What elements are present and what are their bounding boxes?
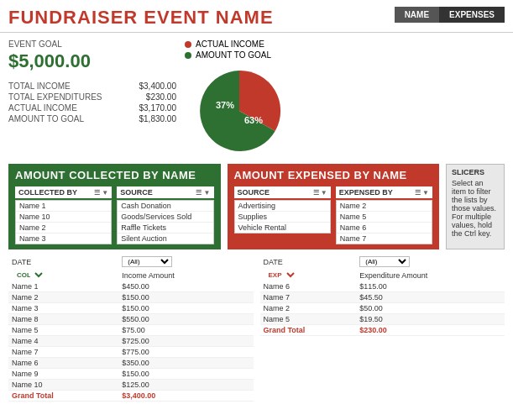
pie-chart-area: 37% 63% — [185, 65, 319, 157]
slicers-box: SLICERS Select an item to filter the lis… — [446, 164, 505, 249]
expenses-button[interactable]: EXPENSES — [439, 7, 505, 23]
expense-date-value: (All) — [356, 255, 505, 269]
income-amount: $350.00 — [118, 358, 253, 369]
income-col1-header: COLLECTED BY — [8, 269, 118, 281]
stat-value: $3,400.00 — [109, 81, 176, 92]
stat-label: ACTUAL INCOME — [8, 102, 109, 113]
income-name: Name 8 — [8, 314, 118, 325]
panel-expensed: AMOUNT EXPENSED BY NAME SOURCE ☰ ▼ Adver… — [228, 164, 440, 249]
collected-by-filter-icons[interactable]: ☰ ▼ — [94, 189, 108, 197]
expense-name: Name 5 — [260, 314, 357, 325]
list-item[interactable]: Silent Auction — [118, 234, 212, 244]
expensed-source-header-label: SOURCE — [238, 188, 270, 197]
stat-label: TOTAL INCOME — [8, 81, 109, 92]
income-amount: $550.00 — [118, 314, 253, 325]
list-item[interactable]: Vehicle Rental — [235, 223, 330, 233]
income-grand-total: Grand Total$3,400.00 — [8, 391, 254, 402]
income-total-label: Grand Total — [8, 391, 118, 402]
chart-legend: ACTUAL INCOME AMOUNT TO GOAL — [185, 39, 271, 60]
list-item[interactable]: Supplies — [235, 212, 330, 223]
expense-rows: Name 6$115.00Name 7$45.50Name 2$50.00Nam… — [260, 281, 505, 336]
income-name: Name 9 — [8, 369, 118, 380]
legend-goal-dot — [185, 52, 191, 59]
income-amount: $75.00 — [118, 325, 253, 336]
expensed-by-filter-icons[interactable]: ☰ ▼ — [415, 189, 429, 197]
expense-amount: $45.50 — [356, 292, 505, 303]
list-item[interactable]: Name 1 — [16, 201, 111, 212]
list-item[interactable]: Name 3 — [16, 234, 111, 244]
collected-by-items: Name 1Name 10Name 2Name 3 — [15, 200, 112, 244]
expense-date-select[interactable]: (All) — [359, 256, 410, 267]
source-header: SOURCE ☰ ▼ — [117, 186, 213, 198]
event-goal-value: $5,000.00 — [8, 50, 176, 72]
stat-label: AMOUNT TO GOAL — [8, 113, 109, 124]
list-item[interactable]: Goods/Services Sold — [118, 212, 212, 223]
name-button[interactable]: NAME — [395, 7, 439, 23]
header-buttons: NAME EXPENSES — [395, 7, 505, 23]
stat-value: $1,830.00 — [109, 113, 176, 124]
income-amount: $150.00 — [118, 303, 253, 314]
income-name: Name 2 — [8, 292, 118, 303]
panel-collected-lists: COLLECTED BY ☰ ▼ Name 1Name 10Name 2Name… — [15, 186, 214, 244]
income-amount: $450.00 — [118, 281, 253, 292]
income-name: Name 5 — [8, 325, 118, 336]
legend-actual: ACTUAL INCOME — [185, 39, 271, 49]
left-column: EVENT GOAL $5,000.00 TOTAL INCOME$3,400.… — [8, 39, 176, 157]
list-item[interactable]: Name 6 — [337, 223, 432, 234]
expensed-source-filter-icons[interactable]: ☰ ▼ — [313, 189, 327, 197]
expense-grand-total: Grand Total$230.00 — [260, 325, 505, 336]
panel-expensed-title: AMOUNT EXPENSED BY NAME — [234, 169, 433, 181]
income-amount: $150.00 — [118, 292, 253, 303]
list-item[interactable]: Cash Donation — [118, 201, 212, 212]
collected-by-header: COLLECTED BY ☰ ▼ — [15, 186, 112, 198]
expensed-source-header: SOURCE ☰ ▼ — [234, 186, 331, 198]
expense-date-label: DATE — [260, 255, 357, 269]
legend-actual-dot — [185, 41, 191, 48]
legend-goal-label: AMOUNT TO GOAL — [196, 50, 271, 60]
list-item[interactable]: Name 2 — [16, 223, 111, 234]
income-name: Name 7 — [8, 347, 118, 358]
expense-name: Name 6 — [260, 281, 357, 292]
stat-label: TOTAL EXPENDITURES — [8, 92, 109, 102]
income-amount: $125.00 — [118, 380, 253, 391]
stat-row: ACTUAL INCOME$3,170.00 — [8, 102, 176, 113]
chart-column: ACTUAL INCOME AMOUNT TO GOAL 37% 63% — [185, 39, 505, 157]
stats-table: TOTAL INCOME$3,400.00TOTAL EXPENDITURES$… — [8, 81, 176, 124]
stat-row: TOTAL EXPENDITURES$230.00 — [8, 92, 176, 102]
list-item[interactable]: Name 7 — [337, 234, 432, 244]
expense-table-wrap: DATE (All) EXPENSED BY Expenditure Amoun… — [260, 255, 505, 402]
list-item[interactable]: Raffle Tickets — [118, 223, 212, 234]
table-row: Name 5$19.50 — [260, 314, 505, 325]
income-name: Name 6 — [8, 358, 118, 369]
table-row: Name 1$450.00 — [8, 281, 254, 292]
pie-chart-svg: 37% 63% — [185, 65, 294, 157]
expense-name: Name 7 — [260, 292, 357, 303]
source-filter-icons[interactable]: ☰ ▼ — [196, 189, 210, 197]
table-row: Name 8$550.00 — [8, 314, 254, 325]
panels-row: AMOUNT COLLECTED BY NAME COLLECTED BY ☰ … — [8, 164, 505, 249]
income-table-wrap: DATE (All) COLLECTED BY Income Amount — [8, 255, 254, 402]
table-row: Name 9$150.00 — [8, 369, 254, 380]
data-tables-row: DATE (All) COLLECTED BY Income Amount — [0, 255, 513, 402]
income-date-value: (All) — [118, 255, 253, 269]
source-items: Cash DonationGoods/Services SoldRaffle T… — [117, 200, 213, 244]
legend-goal: AMOUNT TO GOAL — [185, 50, 271, 60]
list-item[interactable]: Name 5 — [337, 212, 432, 223]
income-date-row: DATE (All) — [8, 255, 254, 269]
list-item[interactable]: Name 10 — [16, 212, 111, 223]
list-item[interactable]: Name 2 — [337, 201, 432, 212]
income-date-select[interactable]: (All) — [122, 256, 172, 267]
income-name: Name 3 — [8, 303, 118, 314]
panel-collected-title: AMOUNT COLLECTED BY NAME — [15, 169, 214, 181]
income-table: DATE (All) COLLECTED BY Income Amount — [8, 255, 254, 402]
expense-total-value: $230.00 — [356, 325, 505, 336]
expense-col2-header: Expenditure Amount — [356, 269, 505, 281]
income-col1-filter[interactable]: COLLECTED BY — [12, 270, 45, 280]
list-item[interactable]: Advertising — [235, 201, 330, 212]
collected-by-list: COLLECTED BY ☰ ▼ Name 1Name 10Name 2Name… — [15, 186, 112, 244]
expense-name: Name 2 — [260, 303, 357, 314]
expense-col1-filter[interactable]: EXPENSED BY — [264, 270, 297, 280]
income-amount: $775.00 — [118, 347, 253, 358]
legend-actual-label: ACTUAL INCOME — [196, 39, 264, 49]
main-top: EVENT GOAL $5,000.00 TOTAL INCOME$3,400.… — [0, 33, 513, 164]
